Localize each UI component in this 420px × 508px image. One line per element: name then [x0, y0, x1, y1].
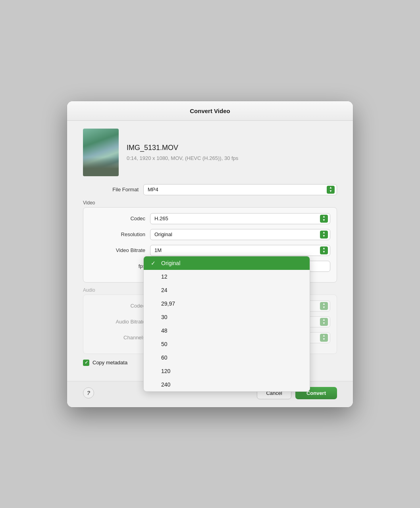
fps-option-original[interactable]: ✓ Original: [144, 256, 310, 270]
fps-option-240[interactable]: 240: [144, 378, 310, 391]
resolution-select-wrapper: Original ▲ ▼: [150, 229, 330, 240]
resolution-row: Resolution Original ▲ ▼: [90, 229, 330, 240]
title-bar: Convert Video: [67, 101, 353, 121]
fps-option-2997[interactable]: 29,97: [144, 297, 310, 310]
resolution-label: Resolution: [90, 231, 145, 237]
fps-option-30[interactable]: 30: [144, 310, 310, 324]
dialog-title: Convert Video: [190, 108, 230, 114]
audio-bitrate-label: Audio Bitrate: [90, 319, 145, 325]
fps-option-60-label: 60: [161, 354, 302, 361]
resolution-select[interactable]: Original: [150, 229, 330, 240]
file-format-select[interactable]: MP4: [143, 184, 337, 195]
file-name: IMG_5131.MOV: [127, 144, 238, 152]
fps-label: fps: [90, 263, 145, 269]
codec-row: Codec H.265 ▲ ▼: [90, 213, 330, 224]
fps-option-240-label: 240: [161, 381, 302, 388]
codec-select[interactable]: H.265: [150, 213, 330, 224]
fps-option-50[interactable]: 50: [144, 337, 310, 351]
copy-metadata-label: Copy metadata: [92, 360, 127, 366]
checkmark-icon: ✓: [85, 360, 88, 365]
file-format-label: File Format: [83, 187, 139, 192]
fps-option-12-label: 12: [161, 273, 302, 280]
convert-video-dialog: Convert Video IMG_5131.MOV 0:14, 1920 x …: [67, 101, 353, 407]
fps-option-24[interactable]: 24: [144, 283, 310, 297]
selected-checkmark-icon: ✓: [151, 260, 157, 266]
video-bitrate-select-wrapper: 1M ▲ ▼: [150, 245, 330, 256]
copy-metadata-checkbox[interactable]: ✓: [83, 360, 89, 366]
fps-option-12[interactable]: 12: [144, 270, 310, 283]
video-bitrate-row: Video Bitrate 1M ▲ ▼: [90, 245, 330, 256]
fps-option-30-label: 30: [161, 314, 302, 320]
fps-option-120[interactable]: 120: [144, 364, 310, 378]
file-format-select-wrapper: MP4 ▲ ▼: [143, 184, 337, 195]
fps-option-24-label: 24: [161, 287, 302, 293]
fps-option-48[interactable]: 48: [144, 324, 310, 337]
file-thumbnail: [83, 129, 119, 176]
fps-option-original-label: Original: [161, 260, 302, 266]
file-details: IMG_5131.MOV 0:14, 1920 x 1080, MOV, (HE…: [127, 144, 238, 161]
audio-codec-label: Codec: [90, 303, 145, 309]
fps-option-60[interactable]: 60: [144, 351, 310, 364]
fps-option-2997-label: 29,97: [161, 300, 302, 307]
thumbnail-overlay: [83, 157, 119, 176]
fps-option-48-label: 48: [161, 327, 302, 334]
help-button[interactable]: ?: [83, 387, 94, 398]
video-bitrate-label: Video Bitrate: [90, 247, 145, 253]
file-meta: 0:14, 1920 x 1080, MOV, (HEVC (H.265)), …: [127, 155, 238, 161]
video-section-title: Video: [83, 200, 337, 206]
file-format-row: File Format MP4 ▲ ▼: [83, 184, 337, 195]
codec-label: Codec: [90, 216, 145, 221]
fps-dropdown[interactable]: ✓ Original 12 24 29,97 30 48 50 6: [143, 256, 310, 392]
file-info-row: IMG_5131.MOV 0:14, 1920 x 1080, MOV, (HE…: [83, 129, 337, 176]
codec-select-wrapper: H.265 ▲ ▼: [150, 213, 330, 224]
fps-option-50-label: 50: [161, 341, 302, 347]
video-bitrate-select[interactable]: 1M: [150, 245, 330, 256]
fps-option-120-label: 120: [161, 368, 302, 374]
channels-label: Channels: [90, 335, 145, 341]
